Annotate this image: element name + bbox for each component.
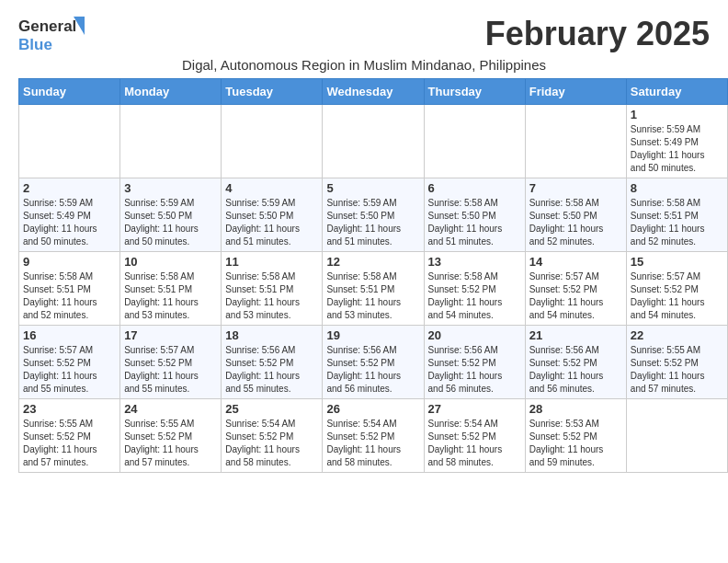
day-number: 19 — [326, 328, 419, 342]
day-number: 3 — [124, 181, 217, 195]
calendar-cell: 6Sunrise: 5:58 AM Sunset: 5:50 PM Daylig… — [424, 178, 525, 252]
calendar-wrapper: SundayMondayTuesdayWednesdayThursdayFrid… — [0, 78, 728, 482]
title-section: February 2025 — [485, 15, 710, 53]
day-info: Sunrise: 5:56 AM Sunset: 5:52 PM Dayligh… — [225, 344, 318, 396]
calendar-cell: 1Sunrise: 5:59 AM Sunset: 5:49 PM Daylig… — [626, 105, 727, 178]
calendar-cell — [525, 105, 626, 178]
day-info: Sunrise: 5:53 AM Sunset: 5:52 PM Dayligh… — [529, 418, 622, 469]
weekday-header-sunday: Sunday — [19, 79, 120, 105]
weekday-header-friday: Friday — [525, 79, 626, 105]
calendar-cell: 10Sunrise: 5:58 AM Sunset: 5:51 PM Dayli… — [120, 252, 222, 326]
week-row-3: 9Sunrise: 5:58 AM Sunset: 5:51 PM Daylig… — [19, 252, 728, 326]
calendar-cell: 26Sunrise: 5:54 AM Sunset: 5:52 PM Dayli… — [323, 399, 424, 473]
calendar-cell: 3Sunrise: 5:59 AM Sunset: 5:50 PM Daylig… — [120, 178, 222, 252]
day-info: Sunrise: 5:57 AM Sunset: 5:52 PM Dayligh… — [631, 270, 723, 322]
day-info: Sunrise: 5:56 AM Sunset: 5:52 PM Dayligh… — [529, 344, 622, 396]
logo-icon: GeneralBlue — [18, 15, 92, 53]
calendar-cell: 7Sunrise: 5:58 AM Sunset: 5:50 PM Daylig… — [525, 178, 626, 252]
day-info: Sunrise: 5:54 AM Sunset: 5:52 PM Dayligh… — [225, 418, 318, 469]
calendar-cell: 16Sunrise: 5:57 AM Sunset: 5:52 PM Dayli… — [19, 326, 120, 399]
day-number: 4 — [225, 181, 318, 195]
day-info: Sunrise: 5:54 AM Sunset: 5:52 PM Dayligh… — [428, 418, 521, 469]
weekday-header-saturday: Saturday — [626, 79, 727, 105]
day-number: 18 — [225, 328, 318, 342]
day-info: Sunrise: 5:57 AM Sunset: 5:52 PM Dayligh… — [529, 270, 622, 322]
day-info: Sunrise: 5:56 AM Sunset: 5:52 PM Dayligh… — [326, 344, 419, 396]
weekday-header-wednesday: Wednesday — [323, 79, 424, 105]
day-info: Sunrise: 5:58 AM Sunset: 5:50 PM Dayligh… — [529, 197, 622, 248]
day-info: Sunrise: 5:56 AM Sunset: 5:52 PM Dayligh… — [428, 344, 521, 396]
day-number: 24 — [124, 402, 217, 416]
calendar-cell: 4Sunrise: 5:59 AM Sunset: 5:50 PM Daylig… — [222, 178, 323, 252]
calendar-cell: 20Sunrise: 5:56 AM Sunset: 5:52 PM Dayli… — [424, 326, 525, 399]
calendar-cell: 17Sunrise: 5:57 AM Sunset: 5:52 PM Dayli… — [120, 326, 222, 399]
calendar-cell: 19Sunrise: 5:56 AM Sunset: 5:52 PM Dayli… — [323, 326, 424, 399]
calendar-cell: 28Sunrise: 5:53 AM Sunset: 5:52 PM Dayli… — [525, 399, 626, 473]
day-number: 25 — [225, 402, 318, 416]
month-title: February 2025 — [485, 15, 710, 53]
day-number: 13 — [428, 255, 521, 269]
day-number: 27 — [428, 402, 521, 416]
day-number: 7 — [529, 181, 622, 195]
calendar-cell — [19, 105, 120, 178]
day-info: Sunrise: 5:57 AM Sunset: 5:52 PM Dayligh… — [23, 344, 116, 396]
week-row-1: 1Sunrise: 5:59 AM Sunset: 5:49 PM Daylig… — [19, 105, 728, 178]
svg-text:Blue: Blue — [18, 36, 52, 53]
day-number: 26 — [326, 402, 419, 416]
calendar-cell: 25Sunrise: 5:54 AM Sunset: 5:52 PM Dayli… — [222, 399, 323, 473]
day-info: Sunrise: 5:59 AM Sunset: 5:50 PM Dayligh… — [326, 197, 419, 248]
weekday-header-row: SundayMondayTuesdayWednesdayThursdayFrid… — [19, 79, 728, 105]
calendar-cell: 15Sunrise: 5:57 AM Sunset: 5:52 PM Dayli… — [626, 252, 727, 326]
day-number: 9 — [23, 255, 116, 269]
logo: GeneralBlue — [18, 15, 92, 53]
calendar: SundayMondayTuesdayWednesdayThursdayFrid… — [18, 78, 728, 473]
location: Digal, Autonomous Region in Muslim Minda… — [0, 57, 728, 73]
day-number: 10 — [124, 255, 217, 269]
day-info: Sunrise: 5:58 AM Sunset: 5:50 PM Dayligh… — [428, 197, 521, 248]
day-number: 15 — [631, 255, 723, 269]
day-info: Sunrise: 5:55 AM Sunset: 5:52 PM Dayligh… — [124, 418, 217, 469]
day-number: 17 — [124, 328, 217, 342]
day-info: Sunrise: 5:59 AM Sunset: 5:50 PM Dayligh… — [124, 197, 217, 248]
calendar-cell: 5Sunrise: 5:59 AM Sunset: 5:50 PM Daylig… — [323, 178, 424, 252]
calendar-cell: 11Sunrise: 5:58 AM Sunset: 5:51 PM Dayli… — [222, 252, 323, 326]
day-info: Sunrise: 5:58 AM Sunset: 5:51 PM Dayligh… — [23, 270, 116, 322]
calendar-cell — [222, 105, 323, 178]
day-number: 12 — [326, 255, 419, 269]
calendar-cell: 21Sunrise: 5:56 AM Sunset: 5:52 PM Dayli… — [525, 326, 626, 399]
calendar-cell: 9Sunrise: 5:58 AM Sunset: 5:51 PM Daylig… — [19, 252, 120, 326]
day-number: 8 — [631, 181, 723, 195]
day-number: 16 — [23, 328, 116, 342]
day-info: Sunrise: 5:58 AM Sunset: 5:51 PM Dayligh… — [631, 197, 723, 248]
day-number: 23 — [23, 402, 116, 416]
calendar-cell: 24Sunrise: 5:55 AM Sunset: 5:52 PM Dayli… — [120, 399, 222, 473]
day-number: 14 — [529, 255, 622, 269]
calendar-cell: 14Sunrise: 5:57 AM Sunset: 5:52 PM Dayli… — [525, 252, 626, 326]
day-number: 11 — [225, 255, 318, 269]
day-number: 1 — [631, 108, 723, 121]
calendar-cell: 2Sunrise: 5:59 AM Sunset: 5:49 PM Daylig… — [19, 178, 120, 252]
day-info: Sunrise: 5:59 AM Sunset: 5:49 PM Dayligh… — [23, 197, 116, 248]
calendar-cell: 23Sunrise: 5:55 AM Sunset: 5:52 PM Dayli… — [19, 399, 120, 473]
day-info: Sunrise: 5:57 AM Sunset: 5:52 PM Dayligh… — [124, 344, 217, 396]
calendar-cell: 27Sunrise: 5:54 AM Sunset: 5:52 PM Dayli… — [424, 399, 525, 473]
svg-text:General: General — [18, 17, 76, 35]
week-row-2: 2Sunrise: 5:59 AM Sunset: 5:49 PM Daylig… — [19, 178, 728, 252]
day-number: 22 — [631, 328, 723, 342]
day-number: 21 — [529, 328, 622, 342]
calendar-cell: 13Sunrise: 5:58 AM Sunset: 5:52 PM Dayli… — [424, 252, 525, 326]
calendar-cell: 12Sunrise: 5:58 AM Sunset: 5:51 PM Dayli… — [323, 252, 424, 326]
day-number: 20 — [428, 328, 521, 342]
day-number: 28 — [529, 402, 622, 416]
day-info: Sunrise: 5:59 AM Sunset: 5:49 PM Dayligh… — [631, 123, 723, 175]
calendar-cell: 18Sunrise: 5:56 AM Sunset: 5:52 PM Dayli… — [222, 326, 323, 399]
calendar-cell — [323, 105, 424, 178]
day-info: Sunrise: 5:58 AM Sunset: 5:51 PM Dayligh… — [225, 270, 318, 322]
calendar-cell — [626, 399, 727, 473]
weekday-header-monday: Monday — [120, 79, 222, 105]
day-number: 6 — [428, 181, 521, 195]
day-info: Sunrise: 5:58 AM Sunset: 5:51 PM Dayligh… — [124, 270, 217, 322]
day-info: Sunrise: 5:58 AM Sunset: 5:51 PM Dayligh… — [326, 270, 419, 322]
day-number: 5 — [326, 181, 419, 195]
weekday-header-thursday: Thursday — [424, 79, 525, 105]
